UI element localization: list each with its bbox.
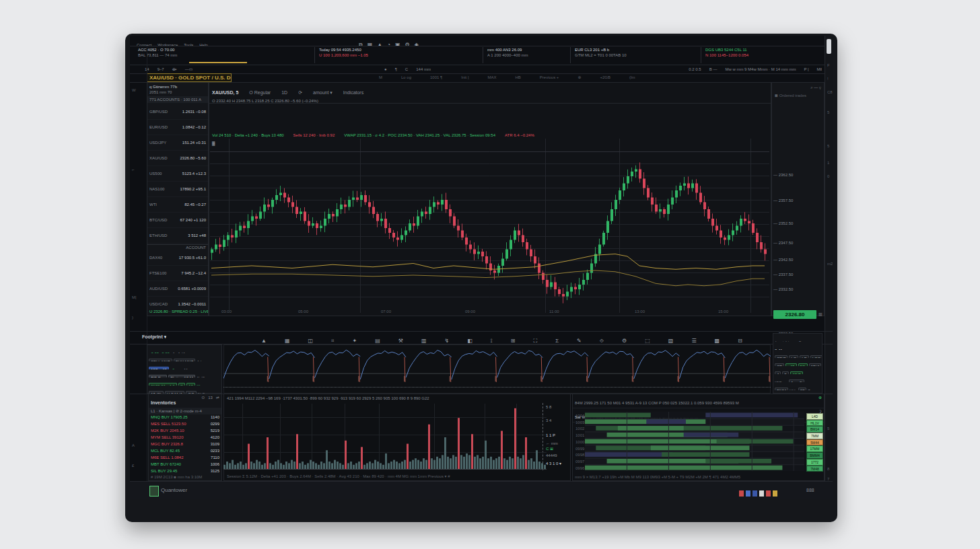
toolbar2-item[interactable]: Previous +	[540, 75, 559, 79]
toolbar-item[interactable]: C	[405, 67, 408, 71]
toolbar2-item[interactable]: HB	[516, 75, 521, 79]
toolbar-item[interactable]: ●	[384, 67, 387, 71]
toolbar2-item[interactable]: Init |	[461, 75, 468, 79]
watchlist-row[interactable]: NAS10017890.2 +95.1	[147, 182, 208, 197]
scrollbar-thumb[interactable]	[827, 39, 831, 54]
mid-toolbar-label[interactable]: Footprint ▾	[142, 334, 166, 340]
chart-tabs[interactable]: XAU/USD, 5O Regular1D⟳amount ▾Indicators	[209, 83, 771, 97]
panel-button[interactable]: Flatten 18 M	[168, 375, 195, 377]
connection-status-icon[interactable]	[759, 490, 764, 497]
watchlist-row[interactable]: AUD/USD0.6581 +0.0009	[147, 281, 208, 297]
positions-icons[interactable]: ⊙13⇌	[198, 395, 219, 400]
toolbar2-item[interactable]: +2GB	[600, 75, 610, 79]
panel-button[interactable]: LG	[789, 355, 798, 358]
toolbar-left[interactable]: 149–7⟴—▭	[145, 67, 320, 72]
panel-button[interactable]: 0122-01 +4.6	[149, 383, 177, 386]
axis-icons[interactable]: ⌕ — ⚲	[772, 83, 824, 92]
toolbar-item[interactable]: Mw w mm 9 M4w Mmm · M 14 mm mm	[725, 67, 796, 71]
connection-status-icon[interactable]	[739, 490, 744, 497]
panel-icon[interactable]: ⊙	[201, 396, 205, 400]
watchlist-row[interactable]: ETH/USD3 512 +48	[147, 228, 208, 244]
position-row[interactable]: MES SELL 5123.500299	[149, 421, 221, 428]
position-row[interactable]: MYM SELL 391204120	[149, 435, 221, 441]
toolbar2-item[interactable]: M	[379, 75, 382, 79]
toolbar-item[interactable]: ¶	[395, 67, 397, 71]
panel-button[interactable]: CB	[775, 363, 784, 366]
panel-button[interactable]: TIF Day	[149, 375, 167, 377]
connection-status-icon[interactable]	[746, 490, 750, 497]
panel-button[interactable]: +45	[785, 363, 796, 366]
watchlist-row[interactable]: DAX4017 930.5 +61.0	[147, 250, 208, 266]
panel-button[interactable]: 127 × 42	[149, 367, 169, 369]
panel-button[interactable]: 4G/7	[790, 371, 803, 374]
status-icons[interactable]	[739, 487, 779, 499]
toolbar2[interactable]: MLo og1001 ¶Init |MAXHBPrevious +⊕+2GB(I…	[379, 75, 830, 80]
watchlist-row[interactable]: USD/JPY151.24 +0.31	[147, 135, 208, 151]
depth-heatmap[interactable]	[585, 412, 804, 471]
toolbar2-item[interactable]: 1001 ¶	[430, 75, 442, 79]
panel-button[interactable]: 2	[782, 371, 788, 374]
toolbar-item[interactable]: 0.2 0.5	[689, 67, 701, 71]
position-row[interactable]: M2K BUY 2045.105219	[149, 428, 221, 435]
ladder-cell[interactable]: 7MM	[806, 433, 823, 439]
panel-button[interactable]: 27	[798, 388, 807, 390]
toolbar-item[interactable]: ⟴	[172, 67, 177, 71]
chart-tab[interactable]: amount ▾	[313, 90, 332, 95]
toolbar-right[interactable]: 0.2 0.5B —Mw w mm 9 M4w Mmm · M 14 mm mm…	[678, 67, 830, 72]
chart-tab[interactable]: Indicators	[343, 90, 363, 95]
toolbar-mid[interactable]: ●¶C144 mm	[384, 67, 519, 72]
connection-status-icon[interactable]	[753, 490, 757, 497]
app-name[interactable]: Quantower	[161, 487, 187, 494]
toolbar2-item[interactable]: ⊕	[578, 75, 581, 79]
chart-tab[interactable]: 1D	[281, 90, 287, 95]
connection-status-icon[interactable]	[766, 490, 771, 497]
watchlist-row[interactable]: WTI82.45 −0.27	[147, 197, 208, 213]
toolbar-item[interactable]: P |	[804, 67, 808, 71]
toolbar2-item[interactable]: (Im	[629, 75, 635, 79]
position-row[interactable]: MBT BUY 672401006	[149, 462, 221, 468]
symbol-banner[interactable]: XAU/USD · GOLD SPOT / U.S. DOLLAR	[147, 73, 232, 82]
ladder-cell[interactable]: BMM4	[806, 452, 823, 459]
toolbar-item[interactable]: B —	[709, 67, 718, 71]
volume-chart[interactable]	[223, 404, 547, 470]
watchlist-row[interactable]: GBP/USD1.2631 −0.08	[147, 104, 208, 120]
position-row[interactable]: M6E SELL 1.08427110	[149, 455, 221, 462]
panel-button[interactable]: 4	[775, 371, 781, 374]
ladder-cell[interactable]: HL1V	[806, 420, 823, 427]
candlestick-chart[interactable]	[210, 139, 769, 313]
toolbar-item[interactable]: M‖	[817, 67, 822, 71]
watchlist-row[interactable]: EUR/USD1.0842 −0.12	[147, 120, 208, 135]
toolbar2-item[interactable]: MAX	[488, 75, 497, 79]
ladder-cell[interactable]: 5M44	[806, 439, 823, 446]
ordered-trades-check[interactable]: ◼ Ordered trades	[772, 92, 824, 99]
watchlist-row[interactable]: US5005123.4 +12.3	[147, 166, 208, 182]
ladder-cell[interactable]: L4D	[806, 413, 823, 420]
connection-status-icon[interactable]	[773, 490, 777, 497]
panel-button[interactable]: BMM	[775, 388, 788, 390]
smile-icon[interactable]: ⊕	[818, 395, 822, 400]
toolbar-item[interactable]: 144 mm	[416, 67, 431, 71]
panel-button[interactable]: 6D/4	[809, 363, 822, 366]
panel-button[interactable]: LB	[800, 355, 808, 358]
panel-button[interactable]: BUY MKT	[174, 359, 196, 361]
axis-side-button[interactable]: ▥	[818, 312, 823, 317]
price-ladder[interactable]: L4DHL1VBM147MM5M4417MMBMM417727M48	[806, 413, 823, 473]
position-row[interactable]: MGC BUY 2326.83109	[149, 441, 221, 448]
positions-filter[interactable]: L1 · Kansas | ⊘ 2-mode m-4	[149, 408, 221, 414]
panel-button[interactable]: 10	[186, 383, 195, 386]
ladder-cell[interactable]: BM14	[806, 426, 823, 433]
toolbar2-item[interactable]: Lo og	[401, 75, 411, 79]
watchlist-row[interactable]: XAU/USD2326.80 −5.60	[147, 151, 208, 166]
panel-button[interactable]: LGG	[810, 355, 822, 358]
watchlist-row[interactable]: BTC/USD67 240 +1 120	[147, 213, 208, 228]
ladder-cell[interactable]: 17MM	[806, 445, 823, 452]
chart-tab[interactable]: O Regular	[249, 90, 271, 95]
position-row[interactable]: MNQ BUY 17905.251140	[149, 414, 221, 421]
ladder-cell[interactable]: 1772	[806, 459, 823, 466]
watchlist-row[interactable]: FTSE1007 945.2 −12.4	[147, 266, 208, 281]
ladder-cell[interactable]: 7M48	[806, 466, 823, 472]
panel-button[interactable]: G	[178, 383, 186, 386]
panel-icon[interactable]: ⇌	[216, 396, 219, 400]
toolbar-item[interactable]: —▭	[185, 67, 193, 71]
panel-button[interactable]: CB/7	[775, 355, 788, 358]
